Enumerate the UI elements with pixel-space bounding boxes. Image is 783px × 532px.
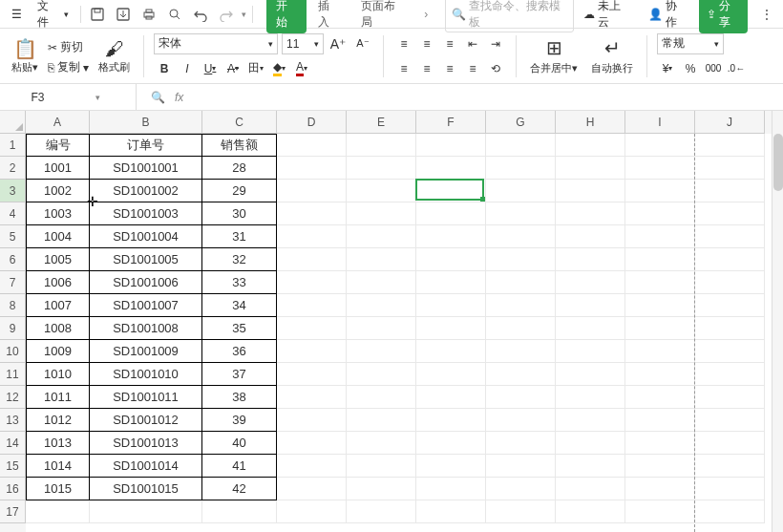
cell-G11[interactable]	[486, 363, 556, 386]
cell-E11[interactable]	[347, 363, 416, 386]
cell-C13[interactable]: 39	[202, 409, 277, 432]
cell-J9[interactable]	[695, 317, 765, 340]
cell-E14[interactable]	[347, 432, 416, 455]
row-header-13[interactable]: 13	[0, 409, 26, 432]
cell-B13[interactable]: SD1001012	[90, 409, 202, 432]
scroll-thumb[interactable]	[773, 134, 783, 191]
cell-F12[interactable]	[416, 386, 486, 409]
cell-G2[interactable]	[486, 157, 556, 180]
cell-C12[interactable]: 38	[202, 386, 277, 409]
cell-B12[interactable]: SD1001011	[90, 386, 202, 409]
cell-E10[interactable]	[347, 340, 416, 363]
cell-A17[interactable]	[26, 500, 90, 523]
cell-I14[interactable]	[625, 432, 695, 455]
tab-more-icon[interactable]: ›	[415, 3, 437, 26]
row-header-7[interactable]: 7	[0, 271, 26, 294]
cell-F3[interactable]	[416, 180, 486, 202]
col-header-C[interactable]: C	[202, 111, 277, 134]
cell-F14[interactable]	[416, 432, 486, 455]
cell-B6[interactable]: SD1001005	[90, 248, 202, 271]
row-header-16[interactable]: 16	[0, 478, 26, 500]
cell-A9[interactable]: 1008	[26, 317, 90, 340]
cell-G15[interactable]	[486, 455, 556, 478]
row-header-14[interactable]: 14	[0, 432, 26, 455]
wrap-text-button[interactable]: ↵ 自动换行	[587, 34, 637, 77]
cell-H5[interactable]	[556, 225, 625, 248]
cell-H1[interactable]	[556, 134, 625, 157]
cell-B11[interactable]: SD1001010	[90, 363, 202, 386]
col-header-G[interactable]: G	[486, 111, 556, 134]
cell-D4[interactable]	[277, 202, 347, 225]
cell-I15[interactable]	[625, 455, 695, 478]
cell-D16[interactable]	[277, 478, 347, 500]
cell-J14[interactable]	[695, 432, 765, 455]
cell-B10[interactable]: SD1001009	[90, 340, 202, 363]
redo-icon[interactable]	[216, 3, 238, 26]
cell-A12[interactable]: 1011	[26, 386, 90, 409]
cell-D6[interactable]	[277, 248, 347, 271]
cell-E6[interactable]	[347, 248, 416, 271]
col-header-I[interactable]: I	[625, 111, 695, 134]
file-menu[interactable]: 文件▾	[32, 0, 74, 32]
cell-I7[interactable]	[625, 271, 695, 294]
row-header-17[interactable]: 17	[0, 500, 26, 523]
font-increase-icon[interactable]: A⁺	[328, 33, 349, 54]
cell-B5[interactable]: SD1001004	[90, 225, 202, 248]
cell-B8[interactable]: SD1001007	[90, 294, 202, 317]
percent-icon[interactable]: %	[680, 58, 701, 79]
cell-H16[interactable]	[556, 478, 625, 500]
cell-I2[interactable]	[625, 157, 695, 180]
col-header-A[interactable]: A	[26, 111, 90, 134]
font-size-select[interactable]: 11▾	[282, 33, 324, 54]
cell-D8[interactable]	[277, 294, 347, 317]
indent-increase-icon[interactable]: ⇥	[485, 33, 506, 54]
cell-B4[interactable]: SD1001003	[90, 202, 202, 225]
cell-G6[interactable]	[486, 248, 556, 271]
cell-F1[interactable]	[416, 134, 486, 157]
cell-H12[interactable]	[556, 386, 625, 409]
cell-H17[interactable]	[556, 500, 625, 523]
cell-D15[interactable]	[277, 455, 347, 478]
name-box[interactable]: F3▾	[0, 84, 137, 110]
row-header-3[interactable]: 3	[0, 180, 26, 202]
cell-A2[interactable]: 1001	[26, 157, 90, 180]
cut-button[interactable]: ✂剪切	[46, 38, 91, 56]
cell-F10[interactable]	[416, 340, 486, 363]
print-preview-icon[interactable]	[164, 3, 186, 26]
cell-B2[interactable]: SD1001001	[90, 157, 202, 180]
cell-C8[interactable]: 34	[202, 294, 277, 317]
cell-D7[interactable]	[277, 271, 347, 294]
col-header-J[interactable]: J	[695, 111, 765, 134]
cell-A4[interactable]: 1003	[26, 202, 90, 225]
cell-G12[interactable]	[486, 386, 556, 409]
cell-I8[interactable]	[625, 294, 695, 317]
format-painter[interactable]: 🖌 格式刷	[95, 36, 134, 76]
cell-C11[interactable]: 37	[202, 363, 277, 386]
cell-B16[interactable]: SD1001015	[90, 478, 202, 500]
cell-G10[interactable]	[486, 340, 556, 363]
cell-I16[interactable]	[625, 478, 695, 500]
cell-A14[interactable]: 1013	[26, 432, 90, 455]
bold-button[interactable]: B	[154, 58, 175, 79]
cell-A11[interactable]: 1010	[26, 363, 90, 386]
cell-A16[interactable]: 1015	[26, 478, 90, 500]
cell-H7[interactable]	[556, 271, 625, 294]
cell-A1[interactable]: 编号	[26, 134, 90, 157]
cell-D13[interactable]	[277, 409, 347, 432]
cell-I12[interactable]	[625, 386, 695, 409]
print-icon[interactable]	[138, 3, 160, 26]
cell-J17[interactable]	[695, 500, 765, 523]
cell-E4[interactable]	[347, 202, 416, 225]
cell-D17[interactable]	[277, 500, 347, 523]
cell-I13[interactable]	[625, 409, 695, 432]
cell-G3[interactable]	[486, 180, 556, 202]
cell-C5[interactable]: 31	[202, 225, 277, 248]
fx-icon[interactable]: fx	[175, 91, 183, 104]
collab-btn[interactable]: 👤协作	[643, 0, 692, 32]
cell-E2[interactable]	[347, 157, 416, 180]
cell-J12[interactable]	[695, 386, 765, 409]
cell-C10[interactable]: 36	[202, 340, 277, 363]
cell-I3[interactable]	[625, 180, 695, 202]
paste-button[interactable]: 📋 粘贴▾	[8, 35, 42, 76]
cell-A6[interactable]: 1005	[26, 248, 90, 271]
